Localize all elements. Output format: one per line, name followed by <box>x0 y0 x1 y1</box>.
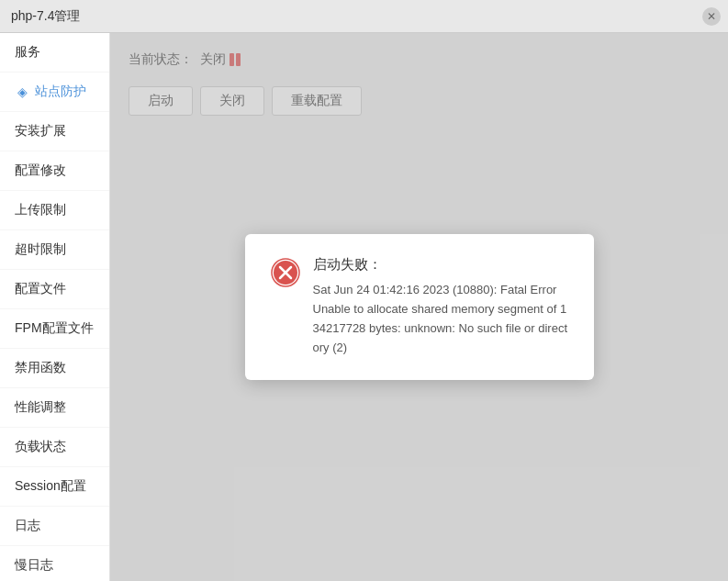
sidebar-item-session-config[interactable]: Session配置 <box>0 467 109 507</box>
sidebar: 服务 ◈ 站点防护 安装扩展 配置修改 上传限制 超时限制 配置文件 FPM配置… <box>0 33 110 581</box>
sidebar-item-load-status[interactable]: 负载状态 <box>0 428 109 467</box>
dialog-title: 启动失败： <box>313 256 568 274</box>
content-area: 当前状态： 关闭 启动 关闭 重载配置 <box>110 33 728 581</box>
sidebar-label-disabled-funcs: 禁用函数 <box>15 360 66 376</box>
sidebar-item-config-file[interactable]: 配置文件 <box>0 270 109 309</box>
sidebar-label-load-status: 负载状态 <box>15 439 66 455</box>
title-bar: php-7.4管理 ✕ <box>0 0 728 33</box>
sidebar-item-service[interactable]: 服务 <box>0 33 109 73</box>
sidebar-label-logs: 日志 <box>15 518 40 534</box>
sidebar-item-timeout-limit[interactable]: 超时限制 <box>0 230 109 270</box>
sidebar-label-install-extend: 安装扩展 <box>15 123 66 140</box>
sidebar-label-config-modify: 配置修改 <box>15 162 66 179</box>
sidebar-item-logs[interactable]: 日志 <box>0 507 109 546</box>
dialog-overlay: 启动失败： Sat Jun 24 01:42:16 2023 (10880): … <box>110 33 728 581</box>
error-circle-icon <box>271 258 300 287</box>
sidebar-label-site-protection: 站点防护 <box>35 84 86 100</box>
sidebar-label-upload-limit: 上传限制 <box>15 202 66 218</box>
sidebar-label-timeout-limit: 超时限制 <box>15 241 66 258</box>
sidebar-item-site-protection[interactable]: ◈ 站点防护 <box>0 73 109 112</box>
sidebar-label-fpm-config: FPM配置文件 <box>15 320 94 337</box>
dialog-content: 启动失败： Sat Jun 24 01:42:16 2023 (10880): … <box>313 256 568 357</box>
sidebar-label-service: 服务 <box>15 44 40 61</box>
diamond-icon: ◈ <box>15 84 29 99</box>
sidebar-item-slow-logs[interactable]: 慢日志 <box>0 546 109 581</box>
dialog-message: Sat Jun 24 01:42:16 2023 (10880): Fatal … <box>313 281 568 357</box>
sidebar-label-config-file: 配置文件 <box>15 281 66 297</box>
sidebar-item-install-extend[interactable]: 安装扩展 <box>0 112 109 151</box>
window-title: php-7.4管理 <box>11 8 80 25</box>
sidebar-item-upload-limit[interactable]: 上传限制 <box>0 191 109 230</box>
sidebar-label-slow-logs: 慢日志 <box>15 557 53 574</box>
error-dialog: 启动失败： Sat Jun 24 01:42:16 2023 (10880): … <box>245 234 594 379</box>
close-button[interactable]: ✕ <box>702 7 721 26</box>
sidebar-item-fpm-config[interactable]: FPM配置文件 <box>0 309 109 349</box>
sidebar-label-perf-tuning: 性能调整 <box>15 399 66 416</box>
main-layout: 服务 ◈ 站点防护 安装扩展 配置修改 上传限制 超时限制 配置文件 FPM配置… <box>0 33 728 581</box>
sidebar-item-config-modify[interactable]: 配置修改 <box>0 151 109 191</box>
sidebar-item-disabled-funcs[interactable]: 禁用函数 <box>0 349 109 388</box>
sidebar-label-session-config: Session配置 <box>15 478 86 495</box>
sidebar-item-perf-tuning[interactable]: 性能调整 <box>0 388 109 428</box>
